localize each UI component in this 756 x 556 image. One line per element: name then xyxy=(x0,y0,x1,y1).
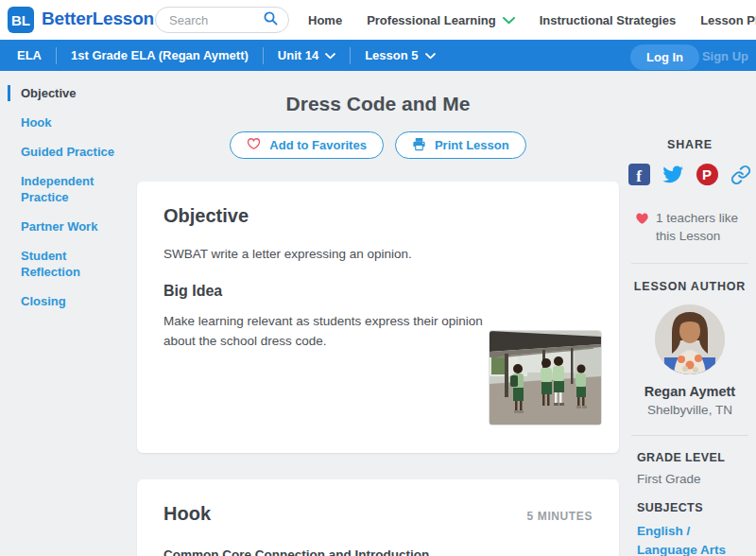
objective-text: SWBAT write a letter expressing an opini… xyxy=(163,247,593,261)
subjects-label: SUBJECTS xyxy=(637,501,756,514)
breadcrumb-unit[interactable]: Unit 14 xyxy=(278,48,335,62)
nav-home[interactable]: Home xyxy=(308,13,342,27)
login-button[interactable]: Log In xyxy=(630,44,699,70)
big-idea-heading: Big Idea xyxy=(163,283,593,300)
breadcrumb-lesson-label: Lesson 5 xyxy=(365,48,418,62)
sidebar-item-independent-practice[interactable]: Independent Practice xyxy=(21,173,134,205)
facebook-icon[interactable]: f xyxy=(628,164,650,185)
breadcrumb-ela[interactable]: ELA xyxy=(17,48,42,62)
heart-filled-icon xyxy=(635,212,649,225)
chevron-down-icon xyxy=(425,48,436,62)
divider xyxy=(631,263,748,264)
sidebar-item-student-reflection-label: Student Reflection xyxy=(21,249,80,279)
hook-section-card: Hook 5 MINUTES Common Core Connection an… xyxy=(137,479,619,556)
top-navbar: BL BetterLesson Home Professional Learni… xyxy=(0,0,756,40)
share-link-icon[interactable] xyxy=(730,164,752,185)
add-to-favorites-button[interactable]: Add to Favorites xyxy=(230,131,384,159)
breadcrumb-lesson[interactable]: Lesson 5 xyxy=(365,48,435,62)
breadcrumb-separator xyxy=(263,47,264,64)
sidebar-item-student-reflection[interactable]: Student Reflection xyxy=(21,248,134,280)
subjects-link[interactable]: English / Language Arts xyxy=(637,522,743,556)
chevron-down-icon xyxy=(503,13,515,27)
hook-subheading: Common Core Connection and Introduction xyxy=(163,547,593,556)
search-box[interactable] xyxy=(155,7,289,33)
author-location: Shelbyville, TN xyxy=(624,403,756,417)
hook-duration: 5 MINUTES xyxy=(527,510,593,523)
grade-level-label: GRADE LEVEL xyxy=(637,451,756,464)
signup-button[interactable]: Sign Up xyxy=(702,49,748,63)
teacher-likes-text: 1 teachers like this Lesson xyxy=(656,209,756,245)
sidebar-item-partner-work[interactable]: Partner Work xyxy=(21,218,134,235)
divider xyxy=(631,435,748,436)
search-input[interactable] xyxy=(169,13,263,27)
grade-level-value: First Grade xyxy=(637,472,756,486)
print-lesson-button[interactable]: Print Lesson xyxy=(395,131,526,159)
author-portrait-illustration xyxy=(655,304,725,374)
sidebar-item-closing[interactable]: Closing xyxy=(21,293,134,309)
page-title: Dress Code and Me xyxy=(137,93,619,115)
active-section-indicator xyxy=(8,85,10,101)
share-heading: SHARE xyxy=(624,138,756,151)
print-lesson-label: Print Lesson xyxy=(435,138,509,152)
sidebar-item-independent-practice-label: Independent Practice xyxy=(21,174,94,204)
heart-outline-icon xyxy=(247,137,261,153)
teacher-likes: 1 teachers like this Lesson xyxy=(624,209,756,245)
breadcrumb-separator xyxy=(56,47,57,64)
nav-home-label: Home xyxy=(308,13,342,27)
hook-heading: Hook xyxy=(163,503,211,525)
share-icons: f P xyxy=(624,164,756,185)
sidebar-item-hook[interactable]: Hook xyxy=(21,114,134,130)
objective-heading: Objective xyxy=(163,205,593,227)
big-idea-text: Make learning relevant as students expre… xyxy=(163,311,518,351)
nav-professional-learning[interactable]: Professional Learning xyxy=(367,13,515,27)
lesson-photo-students-in-uniforms[interactable] xyxy=(489,330,602,426)
top-nav: Home Professional Learning Instructional… xyxy=(308,0,756,40)
sidebar-item-guided-practice-label: Guided Practice xyxy=(21,145,114,159)
breadcrumb-bar: ELA 1st Grade ELA (Regan Aymett) Unit 14… xyxy=(0,40,756,71)
lesson-author-heading: LESSON AUTHOR xyxy=(624,280,756,293)
pinterest-icon[interactable]: P xyxy=(696,164,718,185)
chevron-down-icon xyxy=(325,48,335,62)
author-name[interactable]: Regan Aymett xyxy=(624,384,756,399)
nav-instructional-strategies[interactable]: Instructional Strategies xyxy=(540,13,676,27)
betterlesson-logo-icon[interactable]: BL xyxy=(8,7,34,33)
sidebar-item-objective-label: Objective xyxy=(21,86,77,100)
sidebar-item-partner-work-label: Partner Work xyxy=(21,219,97,234)
nav-lesson-plans-label: Lesson Plans xyxy=(700,13,756,27)
sidebar-item-closing-label: Closing xyxy=(21,294,66,308)
right-sidebar: SHARE f P 1 teachers like this Lesson LE… xyxy=(624,71,756,556)
sidebar-item-objective[interactable]: Objective xyxy=(21,85,134,101)
lesson-section-nav: Objective Hook Guided Practice Independe… xyxy=(0,71,134,322)
sidebar-item-hook-label: Hook xyxy=(21,115,52,130)
main-content: Dress Code and Me Add to Favorites Print… xyxy=(137,71,619,556)
search-icon[interactable] xyxy=(263,10,279,30)
sidebar-item-guided-practice[interactable]: Guided Practice xyxy=(21,144,134,160)
twitter-icon[interactable] xyxy=(662,164,684,185)
add-to-favorites-label: Add to Favorites xyxy=(269,138,367,152)
brand-name[interactable]: BetterLesson xyxy=(42,9,154,29)
author-avatar[interactable] xyxy=(655,304,725,374)
breadcrumb-course[interactable]: 1st Grade ELA (Regan Aymett) xyxy=(71,48,249,62)
breadcrumb-unit-label: Unit 14 xyxy=(278,48,318,62)
nav-professional-learning-label: Professional Learning xyxy=(367,13,496,27)
breadcrumb-ela-label: ELA xyxy=(17,48,42,62)
breadcrumb-course-label: 1st Grade ELA (Regan Aymett) xyxy=(71,48,249,62)
lesson-actions: Add to Favorites Print Lesson xyxy=(137,131,619,159)
nav-instructional-strategies-label: Instructional Strategies xyxy=(540,13,676,27)
breadcrumb-separator xyxy=(350,47,351,64)
nav-lesson-plans[interactable]: Lesson Plans xyxy=(700,13,756,27)
objective-section-card: Objective SWBAT write a letter expressin… xyxy=(137,182,619,453)
printer-icon xyxy=(412,137,426,154)
students-photo-illustration xyxy=(490,331,601,425)
